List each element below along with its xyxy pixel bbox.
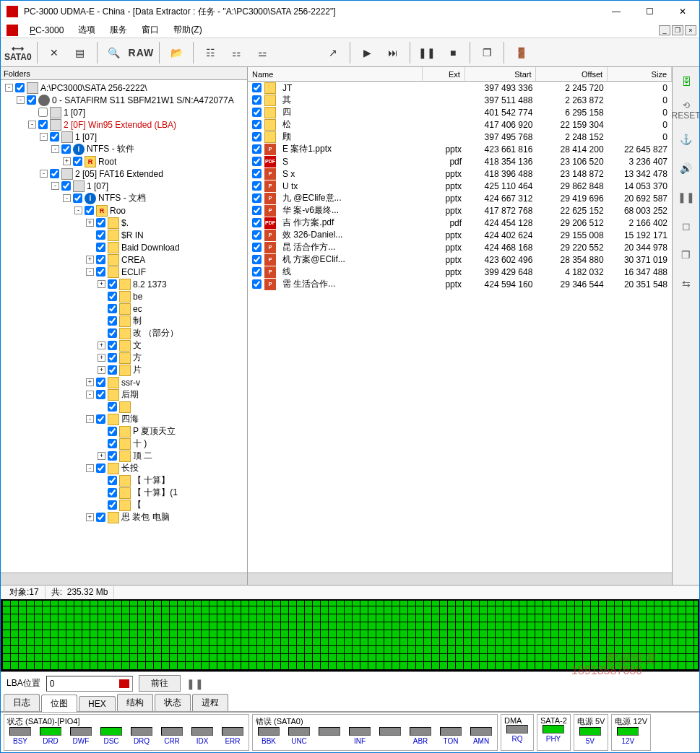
tree-row[interactable]: 【 (2, 499, 246, 511)
list-row[interactable]: 四401 542 7746 295 1580 (248, 106, 672, 118)
list-checkbox[interactable] (252, 169, 262, 178)
filter1-icon[interactable]: ☷ (198, 40, 222, 65)
tree-expander[interactable]: - (40, 133, 48, 141)
tree-expander[interactable] (98, 501, 105, 509)
list-checkbox[interactable] (252, 218, 262, 227)
tree-checkbox[interactable] (108, 365, 117, 375)
tree-checkbox[interactable] (108, 500, 117, 510)
tree-expander[interactable] (98, 317, 105, 325)
tree-row[interactable]: -A:\PC3000\SATA 256-2222\ (2, 82, 246, 94)
tree-expander[interactable] (98, 292, 105, 300)
tree-expander[interactable]: - (86, 391, 94, 399)
tree-checkbox[interactable] (108, 304, 117, 313)
menu-help[interactable]: 帮助(Z) (168, 22, 207, 38)
open-icon[interactable]: 📂 (164, 40, 189, 65)
tree-row[interactable]: +CREA (2, 253, 246, 266)
tree-expander[interactable] (98, 440, 105, 448)
list-row[interactable]: P华 案-v6最终...pptx417 872 76822 625 15268 … (248, 204, 672, 217)
tree-expander[interactable]: - (86, 268, 94, 276)
tree-checkbox[interactable] (61, 181, 71, 191)
col-start[interactable]: Start (465, 67, 537, 81)
tree-row[interactable]: +思 装包 电脑 (2, 511, 246, 523)
list-checkbox[interactable] (252, 83, 262, 92)
tree-row[interactable]: -四海 (2, 413, 246, 425)
tree-row[interactable]: 十 ) (2, 438, 246, 450)
binoculars-icon[interactable]: 🔍 (102, 40, 126, 65)
tree-row[interactable]: 改 （部分） (2, 327, 246, 339)
rt-stop-icon[interactable]: ◻ (676, 216, 696, 236)
tree-checkbox[interactable] (73, 157, 82, 166)
tree-row[interactable]: +文 (2, 339, 246, 352)
tree-row[interactable]: + 片 (2, 364, 246, 376)
tree-expander[interactable]: - (51, 145, 59, 153)
filter2-icon[interactable]: ⚏ (224, 40, 249, 65)
tree-expander[interactable]: - (28, 121, 36, 129)
tab-状态[interactable]: 状态 (155, 694, 191, 711)
tree-expander[interactable]: - (40, 170, 48, 178)
list-checkbox[interactable] (252, 132, 262, 142)
tree-expander[interactable] (98, 489, 105, 497)
tree-checkbox[interactable] (27, 95, 36, 105)
list-checkbox[interactable] (252, 193, 262, 203)
lba-go-button[interactable]: 前往 (139, 675, 181, 692)
tree-row[interactable]: -2 [05] FAT16 Extended (2, 167, 246, 180)
list-row[interactable]: PU txpptx425 110 46429 862 84814 053 370 (248, 180, 672, 192)
tree-checkbox[interactable] (96, 267, 105, 277)
tree-row[interactable]: $R IN (2, 229, 246, 241)
tree-expander[interactable]: - (63, 194, 71, 202)
play-icon[interactable]: ▶ (355, 40, 379, 65)
tree-row[interactable]: P 夏顶天立 (2, 425, 246, 438)
rt-link-icon[interactable]: ⇆ (676, 274, 696, 294)
mdi-close[interactable]: × (685, 25, 696, 35)
tree-row[interactable]: -后期 (2, 388, 246, 401)
tree-checkbox[interactable] (96, 463, 105, 473)
list-row[interactable]: PDF吉 作方案.pdfpdf424 454 12829 206 5122 16… (248, 217, 672, 229)
tree-row[interactable]: -0 - SATAFIRM S11 SBFM21W1 S/N:A472077A (2, 94, 246, 106)
tree-expander[interactable] (98, 427, 105, 435)
list-checkbox[interactable] (252, 95, 262, 105)
tree-checkbox[interactable] (96, 414, 105, 424)
tree-row[interactable]: 1 [07] (2, 106, 246, 118)
report-icon[interactable]: ▤ (68, 40, 92, 65)
tree-checkbox[interactable] (108, 328, 117, 338)
tree-expander[interactable]: + (98, 366, 105, 374)
tree-checkbox[interactable] (108, 439, 117, 448)
tree-checkbox[interactable] (108, 427, 117, 436)
list-row[interactable]: JT397 493 3362 245 7200 (248, 82, 672, 94)
tree-row[interactable]: +方 (2, 352, 246, 364)
list-checkbox[interactable] (252, 230, 262, 240)
tree-row[interactable]: -iNTFS - 文档 (2, 192, 246, 204)
list-checkbox[interactable] (252, 206, 262, 215)
tree-checkbox[interactable] (50, 132, 59, 142)
tree-expander[interactable]: + (86, 378, 94, 386)
minimize-button[interactable]: — (600, 1, 633, 22)
tree-expander[interactable]: - (17, 96, 25, 104)
file-list[interactable]: JT397 493 3362 245 7200其397 511 4882 263… (248, 82, 672, 573)
tree-checkbox[interactable] (38, 108, 48, 117)
tab-进程[interactable]: 进程 (192, 694, 228, 711)
tree-checkbox[interactable] (96, 513, 105, 522)
list-checkbox[interactable] (252, 267, 262, 277)
tree-checkbox[interactable] (108, 292, 117, 301)
raw-button[interactable]: RAW (128, 40, 155, 65)
tree-expander[interactable]: - (5, 84, 13, 92)
close-button[interactable]: ✕ (666, 1, 699, 22)
tree-checkbox[interactable] (85, 206, 94, 215)
col-offset[interactable]: Offset (536, 67, 608, 81)
col-size[interactable]: Size (608, 67, 672, 81)
list-checkbox[interactable] (252, 243, 262, 252)
tree-expander[interactable] (98, 476, 105, 484)
tree-expander[interactable] (86, 243, 94, 251)
tab-结构[interactable]: 结构 (117, 694, 153, 711)
maximize-button[interactable]: ☐ (633, 1, 666, 22)
tree-row[interactable]: Baid Download (2, 241, 246, 253)
tree-expander[interactable] (28, 108, 36, 116)
list-row[interactable]: P九 @EClife意...pptx424 667 31229 419 6962… (248, 192, 672, 204)
tree-expander[interactable]: - (86, 464, 94, 472)
list-row[interactable]: P机 方案@EClif...pptx423 602 49628 354 8803… (248, 253, 672, 266)
tree-checkbox[interactable] (108, 316, 117, 326)
folder-tree[interactable]: -A:\PC3000\SATA 256-2222\-0 - SATAFIRM S… (1, 80, 247, 573)
tree-row[interactable]: ec (2, 302, 246, 315)
copy-icon[interactable]: ❐ (475, 40, 499, 65)
tree-checkbox[interactable] (50, 169, 59, 178)
